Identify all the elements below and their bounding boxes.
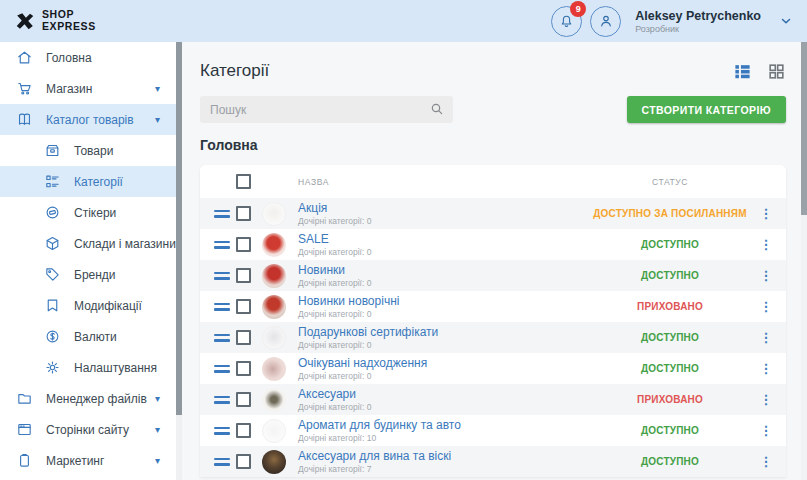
row-checkbox[interactable] (236, 454, 251, 469)
chevron-down-icon: ▾ (155, 455, 160, 466)
user-role: Розробник (635, 24, 761, 34)
row-checkbox[interactable] (236, 237, 251, 252)
drag-handle-icon[interactable] (214, 458, 230, 466)
row-checkbox[interactable] (236, 268, 251, 283)
category-name-link[interactable]: Аксесуари (298, 387, 371, 401)
person-icon (597, 12, 615, 30)
user-menu[interactable]: Aleksey Petrychenko Розробник (635, 9, 761, 34)
catalog-book-icon (16, 111, 33, 128)
drag-handle-icon[interactable] (214, 303, 230, 311)
more-vertical-icon[interactable]: ⋮ (758, 331, 774, 344)
drag-handle-icon[interactable] (214, 210, 230, 218)
drag-handle-icon[interactable] (214, 396, 230, 404)
category-thumbnail (262, 419, 286, 443)
cart-icon (16, 80, 33, 97)
app-window: SHOP EXPRESS 9 (0, 0, 807, 480)
search-icon (429, 101, 445, 117)
row-checkbox[interactable] (236, 330, 251, 345)
table-header-row: НАЗВА СТАТУС (200, 165, 786, 198)
status-badge: ДОСТУПНО ЗА ПОСИЛАННЯМ (570, 208, 770, 219)
status-badge: ДОСТУПНО (570, 270, 770, 281)
sidebar-item-kataloh-tovariv[interactable]: Каталог товарів ▾ (0, 104, 176, 135)
chevron-down-icon: ▾ (155, 424, 160, 435)
category-name-link[interactable]: Акція (298, 201, 371, 215)
category-name-link[interactable]: Подарункові сертифікати (298, 325, 438, 339)
status-badge: ДОСТУПНО (570, 363, 770, 374)
category-thumbnail (262, 202, 286, 226)
table-row: Подарункові сертифікати Дочірні категорі… (200, 322, 786, 353)
sidebar-item-modyfikatsii[interactable]: Модифікації (0, 290, 176, 321)
drag-handle-icon[interactable] (214, 427, 230, 435)
sidebar-item-valiuty[interactable]: Валюти (0, 321, 176, 352)
user-name: Aleksey Petrychenko (635, 9, 761, 23)
category-name-link[interactable]: Очікувані надходження (298, 356, 427, 370)
column-header-name: НАЗВА (298, 177, 329, 187)
more-vertical-icon[interactable]: ⋮ (758, 424, 774, 437)
sidebar-scrollbar-thumb[interactable] (176, 42, 182, 415)
drag-handle-icon[interactable] (214, 272, 230, 280)
category-thumbnail (262, 450, 286, 474)
page-title: Категорії (200, 61, 269, 81)
category-name-link[interactable]: Аксесуари для вина та віскі (298, 449, 451, 463)
drag-handle-icon[interactable] (214, 365, 230, 373)
categories-table: НАЗВА СТАТУС Акція Дочірні категорії: 0 … (200, 165, 786, 477)
sidebar-scrollbar[interactable] (176, 42, 182, 480)
notifications-button[interactable]: 9 (551, 6, 582, 37)
drag-handle-icon[interactable] (214, 241, 230, 249)
account-button[interactable] (590, 6, 621, 37)
list-view-icon[interactable] (733, 62, 752, 81)
sidebar-item-menedzher-failiv[interactable]: Менеджер файлів ▾ (0, 383, 176, 414)
row-checkbox[interactable] (236, 299, 251, 314)
row-checkbox[interactable] (236, 392, 251, 407)
grid-view-icon[interactable] (767, 62, 786, 81)
page-scrollbar[interactable] (801, 42, 807, 480)
folder-icon (16, 390, 33, 407)
top-header: SHOP EXPRESS 9 (0, 0, 807, 42)
category-name-link[interactable]: SALE (298, 232, 371, 246)
category-children-count: Дочірні категорії: 0 (298, 402, 371, 412)
sidebar-item-brendy[interactable]: Бренди (0, 259, 176, 290)
sidebar-item-marketynh[interactable]: Маркетинг ▾ (0, 445, 176, 476)
sidebar-item-golovna[interactable]: Головна (0, 42, 176, 73)
row-checkbox[interactable] (236, 206, 251, 221)
category-name-link[interactable]: Новинки (298, 263, 371, 277)
sidebar-item-label: Каталог товарів (46, 113, 134, 127)
sidebar-item-magazyn[interactable]: Магазин ▾ (0, 73, 176, 104)
table-row: Аксесуари Дочірні категорії: 0 ПРИХОВАНО… (200, 384, 786, 415)
table-row: Новинки новорічні Дочірні категорії: 0 П… (200, 291, 786, 322)
status-badge: ДОСТУПНО (570, 332, 770, 343)
sidebar-item-nalashtuvannia[interactable]: Налаштування (0, 352, 176, 383)
more-vertical-icon[interactable]: ⋮ (758, 300, 774, 313)
cube-icon (44, 235, 61, 252)
category-children-count: Дочірні категорії: 0 (298, 216, 371, 226)
sidebar-item-label: Головна (46, 51, 92, 65)
status-badge: ДОСТУПНО (570, 239, 770, 250)
row-checkbox[interactable] (236, 423, 251, 438)
chevron-down-icon[interactable] (779, 14, 793, 28)
search-input[interactable] (200, 96, 453, 123)
category-name-link[interactable]: Новинки новорічні (298, 294, 399, 308)
row-checkbox[interactable] (236, 361, 251, 376)
more-vertical-icon[interactable]: ⋮ (758, 455, 774, 468)
notifications-badge: 9 (570, 1, 586, 17)
page-scrollbar-thumb[interactable] (801, 42, 807, 215)
status-badge: ДОСТУПНО (570, 456, 770, 467)
sidebar-item-sklady[interactable]: Склади і магазини (0, 228, 176, 259)
sidebar-item-katehorii[interactable]: Категорії (0, 166, 176, 197)
more-vertical-icon[interactable]: ⋮ (758, 269, 774, 282)
sidebar-item-storinky-saitu[interactable]: Сторінки сайту ▾ (0, 414, 176, 445)
category-name-link[interactable]: Аромати для будинку та авто (298, 418, 461, 432)
sidebar-item-label: Маркетинг (46, 454, 104, 468)
create-category-button[interactable]: СТВОРИТИ КАТЕГОРІЮ (627, 96, 786, 123)
sidebar-item-tovary[interactable]: Товари (0, 135, 176, 166)
more-vertical-icon[interactable]: ⋮ (758, 362, 774, 375)
category-children-count: Дочірні категорії: 0 (298, 371, 427, 381)
select-all-checkbox[interactable] (236, 174, 251, 189)
sidebar-item-stikery[interactable]: Стікери (0, 197, 176, 228)
more-vertical-icon[interactable]: ⋮ (758, 238, 774, 251)
more-vertical-icon[interactable]: ⋮ (758, 207, 774, 220)
main-content: Категорії СТВОРИТИ КАТЕГОРІЮ Головна (182, 42, 807, 480)
more-vertical-icon[interactable]: ⋮ (758, 393, 774, 406)
sidebar: Головна Магазин ▾ Каталог товарів ▾ Това… (0, 42, 176, 480)
drag-handle-icon[interactable] (214, 334, 230, 342)
